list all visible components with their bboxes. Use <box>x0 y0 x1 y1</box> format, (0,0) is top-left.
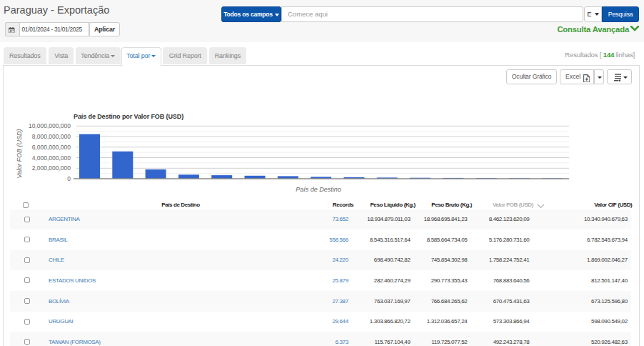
svg-text:4,000,000,000: 4,000,000,000 <box>32 154 71 162</box>
svg-text:2,000,000,000: 2,000,000,000 <box>32 164 71 172</box>
svg-text:Valor FOB (USD): Valor FOB (USD) <box>16 129 23 178</box>
svg-text:8,000,000,000: 8,000,000,000 <box>32 133 71 140</box>
svg-text:País de Destino: País de Destino <box>296 186 341 193</box>
svg-text:6,000,000,000: 6,000,000,000 <box>32 144 71 151</box>
svg-text:0: 0 <box>67 175 71 182</box>
svg-text:País de Destino por Valor FOB: País de Destino por Valor FOB (USD) <box>74 113 183 120</box>
svg-text:10,000,000,000: 10,000,000,000 <box>29 122 71 129</box>
